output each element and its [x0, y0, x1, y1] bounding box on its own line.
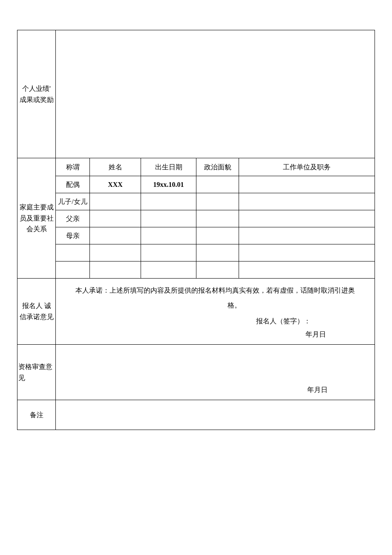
- cell-political: [196, 227, 239, 244]
- cell-relation: 儿子/女儿: [56, 193, 90, 210]
- cell-name: XXX: [90, 176, 141, 193]
- commitment-line1: 本人承诺：上述所填写的内容及所提供的报名材料均真实有效，若有虚假，话随时取消引进…: [75, 287, 355, 294]
- cell-birth: [141, 244, 196, 262]
- cell-name: [90, 227, 141, 244]
- cell-name: [90, 210, 141, 227]
- cell-work: [239, 176, 375, 193]
- cell-text: 儿子/女儿: [58, 198, 87, 205]
- commitment-label: 报名人 诚信承诺意见: [17, 279, 56, 345]
- review-content: 年月日: [56, 345, 375, 400]
- cell-work: [239, 210, 375, 227]
- cell-birth: [141, 210, 196, 227]
- achievements-label-text: 个人业绩' 成果或奖励: [19, 83, 54, 105]
- achievements-content: [56, 30, 375, 158]
- header-birth-text: 出生日期: [155, 163, 182, 171]
- cell-work: [239, 244, 375, 262]
- family-row: [17, 244, 375, 262]
- remark-label-text: 备注: [30, 410, 43, 421]
- family-row: 儿子/女儿: [17, 193, 375, 210]
- header-work-text: 工作单位及职务: [283, 163, 331, 171]
- family-header-relation: 称谓: [56, 158, 90, 176]
- cell-text: 父亲: [66, 215, 80, 222]
- commitment-date-line: 年月日: [58, 329, 373, 340]
- header-political-text: 政治面貌: [204, 163, 231, 171]
- commitment-content: 本人承诺：上述所填写的内容及所提供的报名材料均真实有效，若有虚假，话随时取消引进…: [56, 279, 375, 345]
- cell-name: [90, 244, 141, 262]
- family-row: 父亲: [17, 210, 375, 227]
- commitment-text-block: 本人承诺：上述所填写的内容及所提供的报名材料均真实有效，若有虚假，话随时取消引进…: [58, 283, 373, 313]
- cell-political: [196, 244, 239, 262]
- family-header-name: 姓名: [90, 158, 141, 176]
- cell-birth: [141, 193, 196, 210]
- cell-work: [239, 227, 375, 244]
- cell-relation: 母亲: [56, 227, 90, 244]
- commitment-date-text: 年月日: [306, 331, 326, 338]
- cell-relation: 配偶: [56, 176, 90, 193]
- signature-line: 报名人（签字）：: [58, 316, 373, 327]
- cell-work: [239, 193, 375, 210]
- cell-relation: [56, 244, 90, 262]
- signature-label: 报名人（签字）：: [256, 317, 311, 325]
- application-form-table: 个人业绩' 成果或奖励 家庭主要成员及重要社会关系 称谓 姓名 出生日期 政治面…: [17, 30, 375, 430]
- cell-birth: 19xx.10.01: [141, 176, 196, 193]
- family-header-work: 工作单位及职务: [239, 158, 375, 176]
- cell-work: [239, 262, 375, 279]
- cell-name: [90, 262, 141, 279]
- cell-political: [196, 262, 239, 279]
- cell-birth: [141, 262, 196, 279]
- cell-relation: 父亲: [56, 210, 90, 227]
- commitment-line2: 格。: [189, 302, 241, 309]
- cell-relation: [56, 262, 90, 279]
- cell-text: 19xx.10.01: [153, 181, 184, 188]
- cell-text: 母亲: [66, 232, 80, 239]
- cell-text: 配偶: [66, 181, 80, 188]
- family-label: 家庭主要成员及重要社会关系: [17, 158, 56, 279]
- remark-label: 备注: [17, 400, 56, 430]
- family-label-text: 家庭主要成员及重要社会关系: [19, 202, 54, 235]
- header-relation-text: 称谓: [66, 163, 80, 171]
- family-header-birth: 出生日期: [141, 158, 196, 176]
- cell-text: XXX: [108, 181, 123, 188]
- family-row: [17, 262, 375, 279]
- family-row: 配偶 XXX 19xx.10.01: [17, 176, 375, 193]
- remark-content: [56, 400, 375, 430]
- review-label: 资格审查意见: [17, 345, 56, 400]
- cell-political: [196, 176, 239, 193]
- achievements-label: 个人业绩' 成果或奖励: [17, 30, 56, 158]
- cell-name: [90, 193, 141, 210]
- cell-political: [196, 210, 239, 227]
- cell-birth: [141, 227, 196, 244]
- review-date-text: 年月日: [307, 384, 328, 395]
- header-name-text: 姓名: [109, 163, 122, 171]
- family-header-political: 政治面貌: [196, 158, 239, 176]
- review-label-text: 资格审查意见: [18, 361, 54, 383]
- family-row: 母亲: [17, 227, 375, 244]
- cell-political: [196, 193, 239, 210]
- commitment-label-text: 报名人 诚信承诺意见: [19, 300, 54, 322]
